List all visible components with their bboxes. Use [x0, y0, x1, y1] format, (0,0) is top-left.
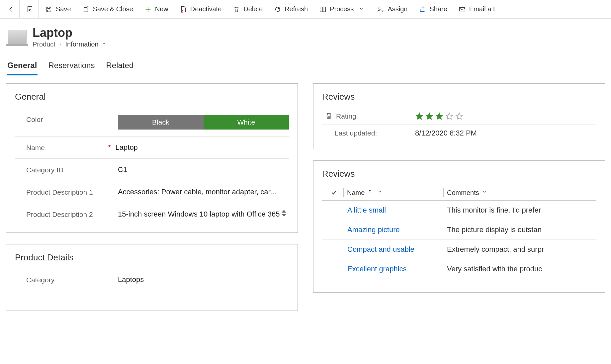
- form-icon: [26, 6, 34, 13]
- color-optionset[interactable]: Black White: [118, 115, 289, 130]
- record-header: Laptop Product · Information: [0, 19, 611, 51]
- table-row[interactable]: Compact and usableExtremely compact, and…: [322, 240, 596, 259]
- last-updated-label: Last updated:: [335, 129, 377, 137]
- column-divider: [443, 188, 444, 197]
- back-button[interactable]: [3, 0, 20, 19]
- desc1-field[interactable]: Accessories: Power cable, monitor adapte…: [118, 188, 289, 196]
- tab-reservations[interactable]: Reservations: [47, 59, 95, 75]
- save-close-button[interactable]: Save & Close: [78, 3, 138, 16]
- svg-point-9: [328, 116, 329, 116]
- trash-icon: [233, 6, 240, 13]
- desc2-field[interactable]: 15-inch screen Windows 10 laptop with Of…: [118, 210, 282, 219]
- save-button[interactable]: Save: [41, 3, 76, 16]
- share-icon: [419, 6, 426, 13]
- name-field[interactable]: Laptop: [116, 143, 289, 152]
- svg-rect-2: [320, 7, 322, 12]
- reviews-table-header: Name Comments: [322, 185, 596, 201]
- refresh-label: Refresh: [285, 5, 308, 13]
- product-details-section: Product Details Category Laptops: [6, 244, 298, 311]
- table-row[interactable]: Amazing pictureThe picture display is ou…: [322, 220, 596, 240]
- rating-stars: [415, 112, 596, 121]
- svg-point-10: [329, 116, 330, 116]
- new-button[interactable]: New: [140, 3, 173, 16]
- share-label: Share: [429, 5, 447, 13]
- review-name-link[interactable]: Amazing picture: [347, 226, 447, 234]
- column-header-comments[interactable]: Comments: [447, 189, 596, 197]
- required-indicator: *: [108, 143, 116, 152]
- refresh-icon: [274, 6, 281, 13]
- share-button[interactable]: Share: [414, 3, 452, 16]
- select-all-checkbox[interactable]: [322, 189, 340, 196]
- chevron-down-icon: [101, 41, 109, 48]
- assign-button[interactable]: Assign: [372, 3, 412, 16]
- process-icon: [319, 6, 326, 13]
- chevron-down-icon: [377, 189, 385, 196]
- svg-point-13: [329, 117, 330, 118]
- command-bar: Save Save & Close New Deactivate Delete …: [0, 0, 611, 19]
- section-title: Product Details: [15, 252, 289, 263]
- column-header-name[interactable]: Name: [347, 189, 440, 197]
- table-row[interactable]: Excellent graphicsVery satisfied with th…: [322, 259, 596, 279]
- pd-category-field[interactable]: Laptops: [118, 275, 289, 284]
- review-comment: The picture display is outstan: [447, 226, 596, 234]
- svg-point-11: [328, 117, 328, 118]
- chevron-down-icon: [358, 6, 366, 13]
- tab-general[interactable]: General: [7, 59, 38, 75]
- deactivate-label: Deactivate: [190, 5, 222, 13]
- assign-icon: [377, 6, 384, 13]
- reviews-summary-section: Reviews Rating Last updated: 8/12/2020 8…: [313, 83, 605, 149]
- review-comment: This monitor is fine. I'd prefer: [447, 206, 596, 215]
- right-column: Reviews Rating Last updated: 8/12/2020 8…: [313, 83, 605, 311]
- reviews-table-body: A little smallThis monitor is fine. I'd …: [322, 201, 596, 279]
- category-id-field[interactable]: C1: [118, 165, 289, 174]
- sort-asc-icon: [367, 189, 375, 196]
- new-label: New: [155, 5, 168, 13]
- review-name-link[interactable]: Excellent graphics: [347, 265, 447, 273]
- column-comments-label: Comments: [447, 189, 479, 197]
- chevron-down-icon: [482, 189, 489, 196]
- star-empty-icon: [445, 112, 454, 121]
- svg-point-8: [328, 116, 328, 116]
- color-option-black[interactable]: Black: [118, 115, 204, 130]
- section-title: Reviews: [322, 92, 596, 102]
- process-button[interactable]: Process: [314, 3, 370, 16]
- panel-toggle-button[interactable]: [22, 0, 39, 19]
- color-label: Color: [15, 115, 108, 124]
- svg-rect-7: [328, 114, 330, 115]
- review-name-link[interactable]: Compact and usable: [347, 245, 447, 254]
- reviews-list-section: Reviews Name Comments: [313, 160, 605, 293]
- form-selector[interactable]: Information: [65, 41, 109, 48]
- column-divider: [343, 188, 344, 197]
- rating-label: Rating: [336, 112, 356, 120]
- review-comment: Very satisfied with the produc: [447, 265, 596, 273]
- entity-label: Product: [33, 41, 55, 48]
- plus-icon: [144, 6, 152, 13]
- chevron-up-icon: [282, 210, 286, 213]
- deactivate-button[interactable]: Deactivate: [175, 3, 226, 16]
- star-filled-icon: [435, 112, 444, 121]
- delete-button[interactable]: Delete: [228, 3, 267, 16]
- desc2-label: Product Description 2: [15, 210, 108, 219]
- arrow-left-icon: [7, 6, 15, 13]
- email-link-button[interactable]: Email a L: [454, 3, 501, 16]
- desc2-spinner[interactable]: [282, 210, 289, 217]
- form-tabs: General Reservations Related: [0, 51, 611, 75]
- svg-rect-3: [323, 7, 325, 12]
- save-icon: [45, 6, 52, 13]
- mail-icon: [459, 6, 466, 13]
- refresh-button[interactable]: Refresh: [269, 3, 312, 16]
- email-link-label: Email a L: [469, 5, 497, 13]
- chevron-down-icon: [282, 214, 286, 217]
- tab-related[interactable]: Related: [105, 59, 134, 75]
- general-section: General Color Black White Name * Laptop …: [6, 83, 298, 233]
- review-name-link[interactable]: A little small: [347, 206, 447, 215]
- form-body: General Color Black White Name * Laptop …: [0, 75, 611, 311]
- column-name-label: Name: [347, 189, 365, 197]
- category-id-label: Category ID: [15, 165, 108, 174]
- color-option-white[interactable]: White: [204, 115, 289, 130]
- star-empty-icon: [455, 112, 464, 121]
- pd-category-label: Category: [15, 275, 108, 284]
- review-comment: Extremely compact, and surpr: [447, 245, 596, 254]
- table-row[interactable]: A little smallThis monitor is fine. I'd …: [322, 201, 596, 220]
- svg-rect-5: [460, 7, 465, 11]
